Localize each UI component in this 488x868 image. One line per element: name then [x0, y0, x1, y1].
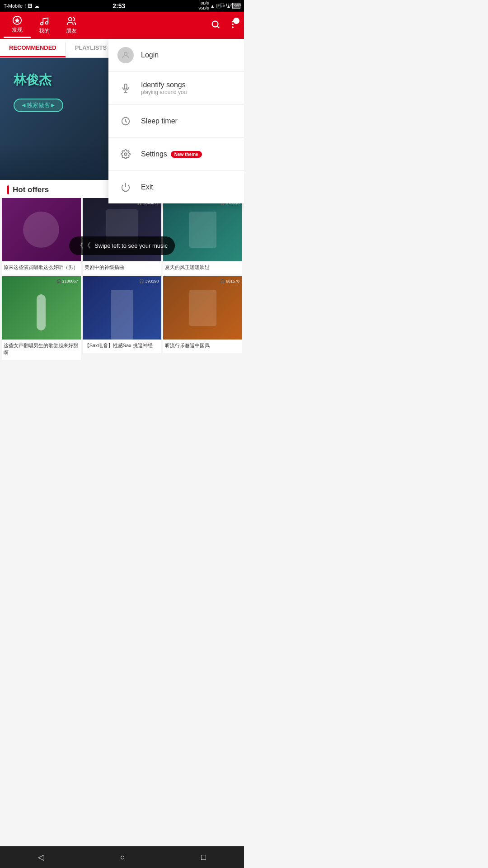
- time-display: 2:53: [113, 2, 125, 9]
- thumb-count-6: 🎧 661570: [220, 279, 239, 283]
- dropdown-item-identify[interactable]: Identify songs playing around you: [108, 72, 244, 105]
- thumb-img-3: [163, 198, 242, 261]
- list-item[interactable]: 🎧 393198 【Sax电音】性感Sax 挑逗神经: [83, 276, 162, 360]
- settings-label-text: Settings: [141, 150, 167, 158]
- search-button[interactable]: [208, 17, 223, 34]
- notification-badge: [233, 18, 239, 24]
- headphone-icon-1: 🎧: [220, 3, 225, 7]
- dropdown-item-settings[interactable]: Settings New theme: [108, 138, 244, 171]
- nav-tabs: 发现 我的 朋友: [4, 13, 208, 38]
- dropdown-item-sleep-timer[interactable]: Sleep timer: [108, 105, 244, 138]
- list-item[interactable]: 🎧 1100067 这些女声翻唱男生的歌尝起来好甜啊: [2, 276, 81, 360]
- section-title-text: Hot offers: [13, 185, 49, 194]
- status-left: T-Mobile ! 🖼 ☁: [4, 3, 39, 9]
- clock-icon: [117, 113, 134, 129]
- settings-label-container: Settings New theme: [141, 150, 202, 158]
- hero-artist-name: 林俊杰: [14, 71, 52, 89]
- nav-bar: 发现 我的 朋友: [0, 12, 244, 39]
- svg-point-1: [69, 17, 72, 20]
- thumb-img-6: [163, 276, 242, 340]
- friends-label: 朋友: [66, 27, 77, 35]
- dropdown-item-exit[interactable]: Exit: [108, 171, 244, 203]
- identify-label-container: Identify songs playing around you: [141, 81, 187, 95]
- exit-label: Exit: [141, 183, 153, 191]
- dropdown-item-login[interactable]: Login: [108, 39, 244, 72]
- svg-point-2: [212, 21, 218, 27]
- svg-rect-7: [124, 84, 127, 89]
- thumb-img-5: [83, 276, 162, 340]
- thumb-title-5: 【Sax电音】性感Sax 挑逗神经: [83, 340, 162, 353]
- headphone-icon-4: 🎧: [56, 279, 61, 283]
- list-item[interactable]: 🎧 576398 夏天的风正暖暖吹过: [163, 198, 242, 274]
- thumb-count-4: 🎧 1100067: [56, 279, 78, 283]
- svg-point-5: [232, 26, 234, 28]
- mine-label: 我的: [39, 27, 50, 35]
- swipe-hint: 《《 Swipe left to see your music: [69, 236, 175, 255]
- headphone-icon-5: 🎧: [139, 279, 144, 283]
- svg-point-9: [124, 153, 127, 156]
- network-speed: 0B/s95B/s: [198, 1, 209, 11]
- discover-icon: [12, 15, 22, 25]
- thumb-img-1: [2, 198, 81, 261]
- music-note-icon: [39, 16, 49, 26]
- avatar-icon: [117, 47, 134, 63]
- svg-point-6: [124, 52, 127, 55]
- signal-icon: ▲: [210, 4, 215, 9]
- thumb-count-1: 🎧 1126309: [220, 3, 241, 7]
- list-item[interactable]: 🎧 661570 听流行乐邂逅中国风: [163, 276, 242, 360]
- more-options-button[interactable]: [225, 17, 240, 34]
- new-theme-badge: New theme: [171, 151, 202, 158]
- tab-recommended[interactable]: RECOMMENDED: [0, 39, 66, 57]
- list-item[interactable]: 🎧 1126309 原来这些演员唱歌这么好听（男）: [2, 198, 81, 274]
- hero-badge: ◄独家做客►: [14, 99, 63, 112]
- svg-point-4: [232, 24, 234, 25]
- thumb-count-5: 🎧 393198: [139, 279, 159, 283]
- hot-offers-section: Hot offers 🎧 1126309 原来这些演员唱歌这么好听（男）: [0, 180, 244, 360]
- headphone-icon-6: 🎧: [220, 279, 225, 283]
- sleep-timer-label: Sleep timer: [141, 117, 178, 125]
- login-text: Login: [141, 51, 159, 59]
- thumb-title-6: 听流行乐邂逅中国风: [163, 340, 242, 353]
- nav-icons: [208, 17, 240, 34]
- identify-label: Identify songs: [141, 81, 187, 89]
- login-label-text: Login: [141, 51, 159, 59]
- thumb-title-2: 美剧中的神级插曲: [83, 261, 162, 274]
- nav-tab-discover[interactable]: 发现: [4, 13, 31, 38]
- soundcloud-icon: ☁: [34, 3, 39, 9]
- nav-tab-mine[interactable]: 我的: [31, 14, 58, 38]
- thumb-title-3: 夏天的风正暖暖吹过: [163, 261, 242, 274]
- mic-icon: [117, 80, 134, 96]
- discover-label: 发现: [12, 26, 23, 34]
- image-icon: 🖼: [28, 3, 33, 9]
- swipe-arrows-icon: 《《: [76, 241, 91, 250]
- thumb-grid: 🎧 1126309 原来这些演员唱歌这么好听（男） 🎧 1348072 美剧中的…: [0, 198, 244, 360]
- nav-tab-friends[interactable]: 朋友: [58, 14, 85, 38]
- thumb-title-4: 这些女声翻唱男生的歌尝起来好甜啊: [2, 340, 81, 360]
- gear-icon: [117, 146, 134, 162]
- thumb-title-1: 原来这些演员唱歌这么好听（男）: [2, 261, 81, 274]
- status-bar: T-Mobile ! 🖼 ☁ 2:53 0B/s95B/s ▲ 📳 ▾ ▲ 13: [0, 0, 244, 12]
- power-icon: [117, 179, 134, 195]
- swipe-hint-text: Swipe left to see your music: [94, 242, 168, 249]
- thumb-img-4: [2, 276, 81, 340]
- dropdown-menu: Login Identify songs playing around you: [108, 39, 244, 203]
- search-icon: [211, 19, 221, 29]
- exclamation-icon: !: [24, 3, 26, 9]
- carrier-label: T-Mobile: [4, 3, 23, 9]
- people-icon: [66, 16, 76, 26]
- identify-sublabel: playing around you: [141, 89, 187, 95]
